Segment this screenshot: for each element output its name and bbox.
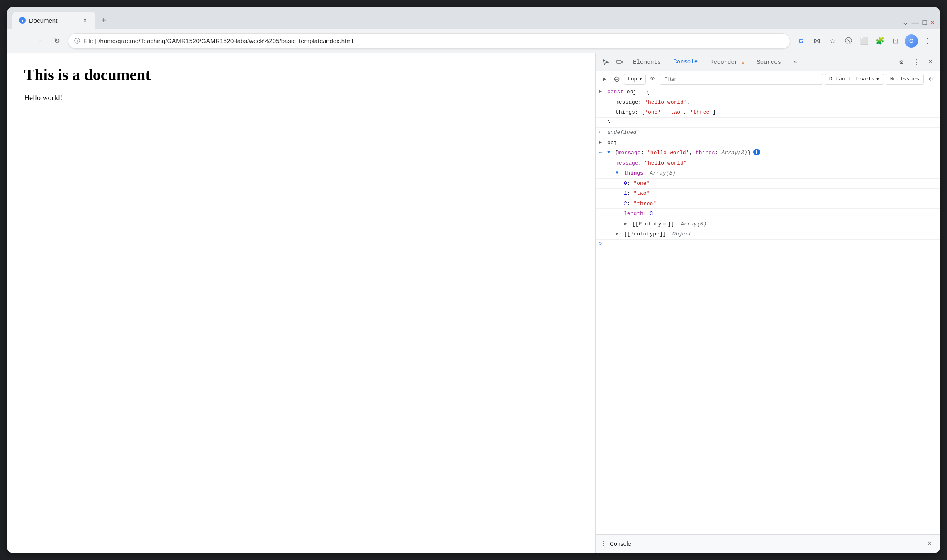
console-line: length: 3	[596, 209, 940, 219]
tab-elements[interactable]: Elements	[627, 56, 667, 68]
device-toolbar-icon[interactable]	[613, 56, 626, 69]
tab-console[interactable]: Console	[667, 56, 704, 68]
console-line: message: 'hello world',	[596, 97, 940, 108]
address-bar[interactable]: ⓘ File | /home/graeme/Teaching/GAMR1520/…	[68, 33, 790, 49]
console-line: ← undefined	[596, 128, 940, 138]
console-line: ← ▼ {message: 'hello world', things: Arr…	[596, 148, 940, 158]
main-content: This is a document Hello world!	[7, 53, 940, 553]
new-tab-button[interactable]: +	[97, 14, 110, 27]
expand-arrow-icon[interactable]: ▶	[616, 230, 621, 238]
console-line: message: "hello world"	[596, 158, 940, 169]
tab-favicon: ●	[19, 17, 26, 24]
console-settings-icon[interactable]: ⚙	[925, 74, 936, 85]
expand-arrow-icon[interactable]: ▶	[599, 88, 605, 95]
console-code: obj	[607, 139, 617, 147]
tab-recorder[interactable]: Recorder ▲	[704, 56, 750, 68]
footer-close-button[interactable]: ×	[924, 538, 935, 550]
console-undefined-value: undefined	[607, 128, 636, 137]
console-line: 1: "two"	[596, 189, 940, 199]
collapse-arrow-icon[interactable]: ▼	[607, 149, 613, 156]
devtools-header-right: ⚙ ⋮ ×	[895, 56, 936, 69]
console-code: things: Array(3)	[624, 169, 676, 177]
wallet-icon[interactable]: Ⓝ	[842, 34, 855, 48]
tab-more[interactable]: »	[788, 56, 803, 68]
run-script-button[interactable]	[599, 74, 610, 85]
dropdown-icon: ▾	[639, 76, 642, 82]
console-input-line: >	[596, 240, 940, 249]
devtools-panel: Elements Console Recorder ▲ Sources »	[595, 53, 940, 553]
devtools-settings-icon[interactable]: ⚙	[895, 56, 908, 69]
no-issues-button[interactable]: No Issues	[886, 74, 924, 85]
console-code: length: 3	[624, 210, 653, 218]
split-view-icon[interactable]: ⊡	[889, 34, 902, 48]
console-code: message: 'hello world',	[616, 98, 690, 107]
lock-icon: ⓘ	[74, 37, 80, 45]
devtools-close-button[interactable]: ×	[925, 56, 936, 68]
expand-inner-arrow-icon[interactable]: ▼	[616, 169, 621, 177]
log-levels-button[interactable]: Default levels ▾	[825, 74, 884, 85]
tab-close-button[interactable]: ×	[81, 17, 89, 24]
prompt-icon: >	[599, 240, 605, 248]
bookmark-icon[interactable]: ☆	[826, 34, 839, 48]
refresh-icon: ↻	[54, 36, 60, 46]
share-icon[interactable]: ⋈	[810, 34, 823, 48]
window-close-button[interactable]: ×	[930, 18, 935, 27]
footer-more-icon[interactable]: ⋮	[600, 540, 606, 548]
expand-arrow-icon[interactable]: ▶	[599, 139, 605, 146]
svg-rect-0	[617, 60, 621, 63]
console-filter-input[interactable]	[660, 74, 823, 85]
console-line: ▶ [[Prototype]]: Array(0)	[596, 219, 940, 230]
console-code: 1: "two"	[624, 189, 650, 198]
console-code: [[Prototype]]: Array(0)	[632, 220, 706, 228]
console-code: {message: 'hello world', things: Array(3…	[615, 149, 751, 157]
return-arrow-icon: ←	[599, 149, 605, 156]
console-code: const obj = {	[607, 88, 649, 96]
tab-bar: ● Document × + ⌄ — □ ×	[7, 7, 940, 29]
forward-button[interactable]: →	[32, 34, 46, 48]
file-label: File	[83, 37, 93, 44]
levels-dropdown-icon: ▾	[876, 76, 879, 82]
toolbar-right: G ⋈ ☆ Ⓝ ⬜ 🧩 ⊡ G ⋮	[794, 34, 934, 48]
console-line: ▼ things: Array(3)	[596, 168, 940, 179]
chevron-down-icon[interactable]: ⌄	[902, 18, 908, 27]
console-line: 0: "one"	[596, 179, 940, 189]
eye-icon: 👁	[650, 76, 655, 82]
avatar[interactable]: G	[905, 34, 918, 48]
page-heading: This is a document	[24, 65, 579, 84]
info-badge: i	[753, 149, 760, 155]
inspect-element-icon[interactable]	[599, 56, 612, 69]
browser-window: ● Document × + ⌄ — □ × ← → ↻ ⓘ	[7, 7, 940, 553]
svg-marker-2	[603, 77, 606, 81]
page-body: Hello world!	[24, 94, 579, 102]
google-icon[interactable]: G	[794, 34, 808, 48]
refresh-button[interactable]: ↻	[50, 34, 64, 48]
eye-icon-button[interactable]: 👁	[648, 74, 658, 85]
devtools-tab-bar: Elements Console Recorder ▲ Sources »	[596, 53, 940, 71]
console-line: }	[596, 118, 940, 128]
maximize-button[interactable]: □	[923, 18, 927, 27]
devtools-more-icon[interactable]: ⋮	[910, 56, 923, 69]
expand-arrow-icon[interactable]: ▶	[624, 220, 630, 228]
console-line: 2: "three"	[596, 199, 940, 209]
screenshot-icon[interactable]: ⬜	[857, 34, 871, 48]
context-selector[interactable]: top ▾	[624, 74, 646, 85]
console-line: things: ['one', 'two', 'three']	[596, 107, 940, 118]
console-line: ▶ [[Prototype]]: Object	[596, 229, 940, 240]
extensions-icon[interactable]: 🧩	[873, 34, 886, 48]
console-code: things: ['one', 'two', 'three']	[616, 108, 716, 116]
devtools-footer: ⋮ Console ×	[596, 534, 940, 553]
console-code: 2: "three"	[624, 200, 656, 208]
forward-icon: →	[35, 36, 42, 45]
address-text: File | /home/graeme/Teaching/GAMR1520/GA…	[83, 37, 784, 44]
minimize-button[interactable]: —	[912, 18, 919, 27]
tab-sources[interactable]: Sources	[751, 56, 787, 68]
return-arrow-icon: ←	[599, 128, 605, 136]
menu-icon[interactable]: ⋮	[920, 34, 934, 48]
console-code: 0: "one"	[624, 179, 650, 188]
active-tab[interactable]: ● Document ×	[12, 12, 95, 29]
back-button[interactable]: ←	[13, 34, 27, 48]
clear-console-button[interactable]	[611, 74, 622, 85]
levels-label: Default levels	[829, 76, 874, 82]
console-line: ▶ const obj = {	[596, 87, 940, 97]
recorder-icon: ▲	[742, 60, 745, 65]
